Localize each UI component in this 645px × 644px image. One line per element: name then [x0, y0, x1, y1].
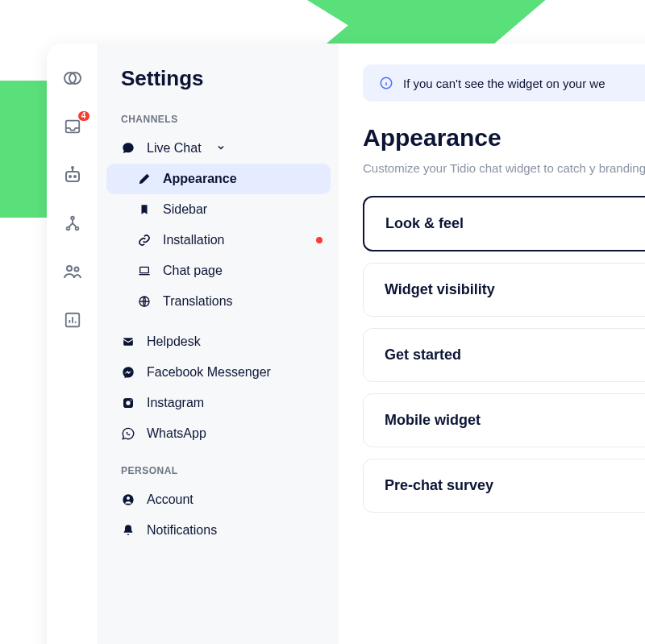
section-channels: CHANNELS: [106, 107, 331, 133]
messenger-icon: [121, 365, 135, 380]
svg-rect-17: [140, 267, 149, 272]
brush-icon: [137, 172, 152, 186]
bell-icon: [121, 523, 135, 538]
logo-icon[interactable]: [62, 68, 83, 89]
card-mobile-widget[interactable]: Mobile widget: [363, 393, 645, 447]
svg-point-9: [74, 176, 76, 177]
bot-icon[interactable]: [62, 164, 83, 185]
menu-label: Installation: [163, 233, 225, 247]
bookmark-icon: [137, 202, 152, 217]
section-personal: PERSONAL: [106, 459, 331, 484]
menu-installation[interactable]: Installation: [106, 225, 331, 256]
inbox-icon[interactable]: 4: [62, 116, 83, 137]
icon-rail: 4: [47, 44, 98, 644]
menu-label: Account: [147, 492, 194, 507]
svg-point-14: [67, 266, 72, 271]
card-look-and-feel[interactable]: Look & feel: [363, 196, 645, 251]
inbox-badge: 4: [78, 111, 89, 121]
laptop-icon: [137, 264, 152, 278]
svg-rect-7: [66, 172, 79, 181]
chat-bubble-icon: [121, 141, 135, 156]
menu-label: Chat page: [163, 264, 223, 278]
card-widget-visibility[interactable]: Widget visibility: [363, 263, 645, 317]
menu-translations[interactable]: Translations: [106, 286, 331, 317]
link-icon: [137, 233, 152, 247]
whatsapp-icon: [121, 426, 135, 441]
menu-label: Notifications: [147, 523, 217, 538]
page-description: Customize your Tidio chat widget to catc…: [363, 160, 645, 178]
svg-point-13: [75, 227, 78, 231]
banner-text: If you can't see the widget on your we: [403, 77, 605, 90]
svg-point-22: [131, 400, 132, 401]
chevron-down-icon: [216, 141, 226, 156]
menu-sidebar[interactable]: Sidebar: [106, 194, 331, 225]
svg-point-10: [72, 167, 73, 168]
menu-appearance[interactable]: Appearance: [106, 164, 331, 194]
notification-dot: [316, 237, 322, 243]
contacts-icon[interactable]: [62, 261, 83, 282]
svg-point-12: [66, 227, 69, 231]
analytics-icon[interactable]: [62, 310, 83, 330]
instagram-icon: [121, 396, 135, 410]
menu-notifications[interactable]: Notifications: [106, 515, 331, 546]
menu-label: Sidebar: [163, 202, 207, 217]
menu-label: WhatsApp: [147, 426, 206, 441]
menu-label: Facebook Messenger: [147, 365, 271, 380]
card-pre-chat-survey[interactable]: Pre-chat survey: [363, 459, 645, 513]
menu-label: Translations: [163, 294, 233, 309]
menu-facebook-messenger[interactable]: Facebook Messenger: [106, 357, 331, 388]
flows-icon[interactable]: [62, 213, 83, 234]
page-title: Appearance: [363, 124, 645, 152]
menu-label: Helpdesk: [147, 334, 201, 349]
menu-instagram[interactable]: Instagram: [106, 388, 331, 418]
svg-point-24: [127, 497, 130, 500]
svg-point-21: [126, 401, 130, 405]
app-window: 4 Settings CHANNELS Live Chat: [47, 44, 645, 644]
info-banner: If you can't see the widget on your we: [363, 64, 645, 102]
menu-label: Appearance: [163, 172, 237, 186]
menu-helpdesk[interactable]: Helpdesk: [106, 326, 331, 357]
menu-whatsapp[interactable]: WhatsApp: [106, 418, 331, 449]
menu-label: Live Chat: [147, 141, 202, 156]
main-content: If you can't see the widget on your we A…: [339, 44, 645, 644]
svg-point-8: [69, 176, 71, 177]
settings-sidebar: Settings CHANNELS Live Chat Appearance S…: [98, 44, 339, 644]
menu-label: Instagram: [147, 396, 204, 410]
globe-icon: [137, 294, 152, 309]
mail-icon: [121, 334, 135, 349]
menu-chat-page[interactable]: Chat page: [106, 256, 331, 286]
card-get-started[interactable]: Get started: [363, 328, 645, 382]
info-icon: [379, 76, 393, 90]
user-icon: [121, 492, 135, 507]
svg-point-15: [74, 268, 78, 272]
menu-account[interactable]: Account: [106, 484, 331, 515]
menu-live-chat[interactable]: Live Chat: [106, 133, 331, 164]
svg-point-11: [71, 217, 74, 220]
settings-title: Settings: [106, 63, 331, 107]
